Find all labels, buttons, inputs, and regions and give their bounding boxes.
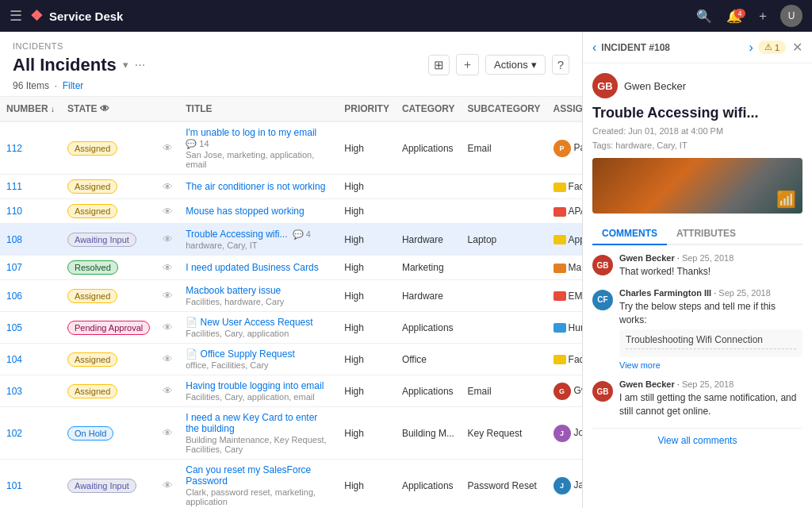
next-incident-arrow[interactable]: › [749,40,753,55]
incident-title-link[interactable]: Having trouble logging into email [186,380,324,391]
tab-comments[interactable]: COMMENTS [592,223,667,245]
incident-title-link[interactable]: The air conditioner is not working [186,181,325,192]
assignee-avatar: J [553,425,571,442]
items-count: 96 Items [13,80,49,91]
main-layout: INCIDENTS All Incidents ▾ ··· ⊞ ＋ Action… [0,32,812,508]
filter-link[interactable]: Filter [63,80,84,91]
rp-incident-title: Trouble Accessing wifi... [592,105,802,121]
cell-subcategory: Email [462,121,547,175]
cell-number: 106 [0,280,61,312]
title-dropdown-icon[interactable]: ▾ [123,59,128,71]
eye-icon[interactable]: 👁 [163,142,173,154]
cell-category: Applications [396,375,462,407]
eye-icon[interactable]: 👁 [163,290,173,302]
col-header-number: NUMBER ↓ [0,97,61,121]
title-more-button[interactable]: ··· [135,58,145,72]
comment-text: Try the below steps and tell me if this … [619,300,802,327]
table-row[interactable]: 104Assigned👁📄 Office Supply Requestoffic… [0,344,582,375]
page-title: All Incidents [13,55,117,75]
cell-eye: 👁 [156,199,179,224]
cell-number: 112 [0,121,61,175]
cell-priority: High [338,280,396,312]
eye-icon[interactable]: 👁 [163,427,173,439]
cell-state: Assigned [61,199,156,224]
eye-icon[interactable]: 👁 [163,353,173,365]
col-header-state: STATE 👁 [61,97,156,121]
close-panel-icon[interactable]: ✕ [792,40,802,55]
eye-icon[interactable]: 👁 [163,181,173,193]
state-badge: Awaiting Input [67,479,136,493]
eye-col-icon: 👁 [100,103,109,114]
cell-state: Pending Approval [61,312,156,344]
actions-button[interactable]: Actions ▾ [485,55,546,75]
cell-subcategory: Email [462,375,547,407]
cell-subcategory: Key Request [462,407,547,460]
table-row[interactable]: 111Assigned👁The air conditioner is not w… [0,175,582,199]
prev-incident-arrow[interactable]: ‹ [592,40,596,55]
rp-body: GB Gwen Becker Trouble Accessing wifi...… [583,64,812,508]
table-row[interactable]: 105Pending Approval👁📄 New User Access Re… [0,312,582,344]
col-header-priority: PRIORITY [338,97,396,121]
incident-title-link[interactable]: I need updated Business Cards [186,262,318,273]
chat-count-icon: 💬 14 [186,139,209,148]
state-badge: Assigned [67,384,117,398]
eye-icon[interactable]: 👁 [163,385,173,397]
col-header-category: CATEGORY [396,97,462,121]
comment-block: GBGwen Becker · Sep 25, 2018That worked!… [592,253,802,279]
table-row[interactable]: 107Resolved👁I need updated Business Card… [0,256,582,280]
eye-icon[interactable]: 👁 [163,321,173,333]
eye-icon[interactable]: 👁 [163,262,173,274]
table-row[interactable]: 101Awaiting Input👁Can you reset my Sales… [0,460,582,509]
cell-eye: 👁 [156,460,179,509]
add-incident-icon[interactable]: ＋ [456,54,479,75]
incident-title-link[interactable]: Trouble Accessing wifi... 💬 4 [186,229,311,240]
eye-icon[interactable]: 👁 [163,206,173,217]
cell-number: 108 [0,224,61,256]
incident-title-link[interactable]: 📄 Office Supply Request [186,348,295,360]
hamburger-icon[interactable]: ☰ [10,7,22,25]
incident-title-link[interactable]: Mouse has stopped working [186,206,304,217]
eye-icon[interactable]: 👁 [163,479,173,491]
cell-priority: High [338,312,396,344]
assignee-name: EMEA IT A [569,291,582,302]
cell-title: 📄 Office Supply Requestoffice, Facilitie… [179,344,338,375]
incident-title-link[interactable]: Macbook battery issue [186,285,281,296]
cell-title: 📄 New User Access RequestFacilities, Car… [179,312,338,344]
table-row[interactable]: 108Awaiting Input👁Trouble Accessing wifi… [0,224,582,256]
incident-title-link[interactable]: I need a new Key Card to enter the build… [186,412,317,434]
cell-eye: 👁 [156,280,179,312]
notifications-wrap[interactable]: 🔔 4 [723,9,745,24]
table-row[interactable]: 112Assigned👁I'm unable to log in to my e… [0,121,582,175]
table-row[interactable]: 106Assigned👁Macbook battery issueFacilit… [0,280,582,312]
table-row[interactable]: 103Assigned👁Having trouble logging into … [0,375,582,407]
cell-number: 111 [0,175,61,199]
avatar[interactable]: U [780,5,802,27]
table-row[interactable]: 102On Hold👁I need a new Key Card to ente… [0,407,582,460]
cell-priority: High [338,344,396,375]
search-icon-wrap[interactable]: 🔍 [693,9,715,24]
search-icon: 🔍 [693,6,715,26]
cell-number: 110 [0,199,61,224]
tab-attributes[interactable]: ATTRIBUTES [667,223,745,245]
plus-icon[interactable]: ＋ [753,5,772,28]
view-all-comments-link[interactable]: View all comments [592,428,802,446]
incident-tags: San Jose, marketing, application, email [186,150,331,169]
incident-title-link[interactable]: Can you reset my SalesForce Password [186,464,311,487]
cell-assignee: Applicati [547,224,582,256]
cell-number: 101 [0,460,61,509]
incident-tags: Clark, password reset, marketing, applic… [186,487,331,506]
cell-eye: 👁 [156,344,179,375]
table-row[interactable]: 110Assigned👁Mouse has stopped workingHig… [0,199,582,224]
eye-icon[interactable]: 👁 [163,233,173,245]
cell-subcategory [462,280,547,312]
grid-view-icon[interactable]: ⊞ [428,55,450,75]
incident-title-link[interactable]: I'm unable to log in to my email 💬 14 [186,127,319,149]
page-header: INCIDENTS All Incidents ▾ ··· ⊞ ＋ Action… [0,32,582,75]
incident-title-link[interactable]: 📄 New User Access Request [186,317,312,328]
incident-tags: Facilities, Cary, application [186,329,331,338]
view-more-link[interactable]: View more [619,360,802,370]
cell-title: Can you reset my SalesForce PasswordClar… [179,460,338,509]
incident-tags: Facilities, hardware, Cary [186,297,331,306]
actions-label: Actions [494,59,528,71]
help-icon[interactable]: ? [552,55,569,75]
